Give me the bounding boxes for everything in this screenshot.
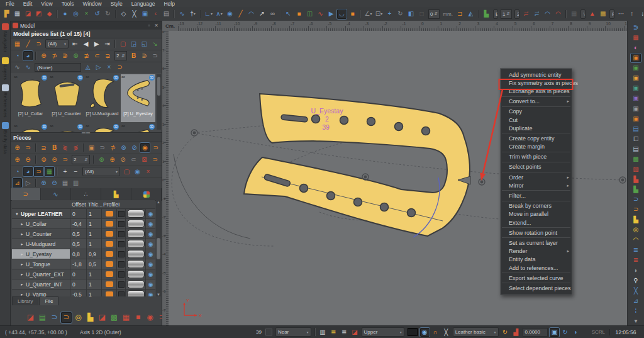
swap-piece-icon[interactable]: ≷ [60,143,70,152]
profile-icon[interactable] [106,241,113,247]
piece-eq-icon[interactable]: ⊜ [39,155,48,164]
new-piece-icon[interactable]: ⊕ [13,143,22,152]
visibility-eye-icon[interactable]: ◉ [145,259,155,269]
piece-thumbnail-2u_counter[interactable]: ∞3D[2] U_Counter [49,74,84,122]
arc-icon[interactable]: ◠ [247,9,256,19]
piece-shift-icon[interactable]: ⊋ [103,51,113,60]
layers-yellow-icon[interactable]: ≣ [329,328,338,337]
shoe-green-icon[interactable]: ▙ [482,9,491,19]
rotate-icon[interactable]: ↻ [396,9,405,19]
piece-select-icon[interactable]: ⊃ [151,143,160,152]
piece-thumbnail-2u-mudguard[interactable]: ∞3D[2] U-Mudguard [85,74,119,122]
stats-icon[interactable]: ▟ [511,328,521,337]
menu-item-entity-data[interactable]: Entity data [501,256,572,264]
eye-blue-icon[interactable]: ◉ [133,167,142,176]
bottom-piece-orange-icon[interactable]: ⊃ [61,312,72,323]
snap-icon[interactable]: ∠▾ [364,9,373,19]
ruler-piece-icon[interactable]: ⊿ [631,296,641,305]
menu-view[interactable]: View [36,1,57,7]
piece-add-icon[interactable]: ⊕ [39,51,48,60]
window-green-icon[interactable]: ▣ [631,64,641,72]
save-icon[interactable]: ▦ [13,9,22,19]
tab-areas[interactable]: ▙ [101,188,131,200]
profile-icon[interactable] [106,211,113,217]
bottom-tab-file[interactable]: File [39,296,58,305]
unlink-piece-icon[interactable]: ⊘ [130,143,139,152]
piece-red-icon[interactable]: ◪ [350,328,360,337]
grid-red-icon[interactable]: ▦ [631,33,641,42]
profile-icon[interactable] [106,271,113,277]
piece-star-icon[interactable]: ⊛ [97,155,106,164]
piece-eq2-icon[interactable]: ⊝ [50,155,59,164]
more-icon[interactable]: ⋯ [616,9,626,19]
draw-piece-icon[interactable]: ╱ [23,39,33,48]
bands-blue-icon[interactable]: ≣ [631,245,641,254]
profile-icon[interactable] [106,291,113,296]
pieces-layer-select[interactable]: (All)▾ [82,167,120,176]
strip-more-icon[interactable]: ▾ [631,317,641,325]
piece-thumbnail-2u_eyestay[interactable]: ∞3D[2] U_Eyestay [121,74,155,122]
bind-piece-icon[interactable]: B [50,143,59,152]
cursor-icon[interactable]: ▶ [326,9,336,19]
pieces-count-spinner[interactable]: 2⇵ [72,155,90,164]
side-tab-references[interactable]: References [2,84,9,118]
window-purple-icon[interactable]: ▣ [631,94,641,103]
menu-item-extend[interactable]: Extend... [501,218,572,227]
menu-item-create-copy-entity[interactable]: Create copy entity [501,134,572,142]
table-row-u_counter[interactable]: ▸U_Counter0,51◉ [12,229,155,239]
row-checkbox[interactable] [118,271,125,278]
marker-del-icon[interactable]: × [104,63,114,72]
window-amber-icon[interactable]: ▣ [631,74,641,82]
body-select[interactable]: Body▾ [493,9,498,19]
menu-item-move-in-parallel[interactable]: Move in parallel [501,210,572,218]
sole-orange-icon[interactable]: ⊃ [631,205,641,214]
piece-green-icon[interactable]: ⊛ [71,51,80,60]
row-checkbox[interactable] [118,231,125,237]
prev-piece-icon[interactable]: ◀ [81,39,91,48]
menu-item-create-margin[interactable]: Create margin [501,143,572,151]
pen-icon[interactable]: ↗ [257,9,267,19]
mode-3d-icon[interactable]: ◕ [23,51,33,60]
menu-window[interactable]: Window [78,1,106,7]
tab-pieces[interactable]: ⊃ [11,188,41,200]
menu-file[interactable]: File [1,1,19,7]
sole-gray-icon[interactable]: ◗ [631,266,641,275]
band-icon[interactable]: ◫ [305,9,314,19]
heel-yellow-icon[interactable]: ◠ [631,235,641,244]
copy-icon[interactable]: ▣ [140,9,150,19]
up-icon[interactable]: ↑ [627,9,636,19]
menu-tools[interactable]: Tools [57,1,79,7]
first-piece-icon[interactable]: ⇤ [70,39,80,48]
table-row-u_collar[interactable]: ▸U_Collar-0,41◉ [12,219,155,229]
point-del-icon[interactable]: ⊖ [50,178,59,188]
pieces-filter-select[interactable]: (All)▾ [45,39,69,48]
copy-pages-icon[interactable]: ⧠ [631,135,641,144]
menu-item-select-points[interactable]: Select points [501,163,572,171]
thumbnail-scrollbar[interactable] [157,74,161,130]
bottom-piece-red-icon[interactable]: ◪ [97,312,108,323]
table-row-u-mudguard[interactable]: ▸U-Mudguard0,51◉ [12,239,155,249]
marker-add-icon[interactable]: ◬ [83,63,92,72]
visibility-eye-icon[interactable]: ◉ [145,209,155,218]
piece-n-icon[interactable]: ⊃ [60,155,70,164]
layers-light-icon[interactable]: ≣ [340,328,349,337]
bottom-doc-icon[interactable]: ▤ [37,312,48,323]
color-swatch-icon[interactable]: ◧ [406,9,416,19]
corner-icon[interactable]: ∟▾ [204,9,213,19]
pages-icon[interactable]: ▤ [631,145,641,154]
piece-minus-icon[interactable]: ⊖ [23,155,33,164]
close-panel-icon[interactable]: ✕ [153,23,160,28]
menu-item-order[interactable]: Order▸ [501,173,572,181]
eyelet-grid-icon[interactable]: ▦ [13,39,22,48]
menu-item-render[interactable]: Render▸ [501,247,572,256]
zoom-out-icon[interactable]: − [71,167,80,176]
menu-item-add-to-references[interactable]: Add to references... [501,264,572,272]
views-disabled-icon[interactable]: ▦ [569,9,579,19]
copy-piece-icon[interactable]: ⊇ [39,143,48,152]
layer-color-swatch[interactable] [408,328,418,336]
piece-half-icon[interactable]: ⊘ [118,155,128,164]
symmetry-icon[interactable]: ∧▾ [214,9,224,19]
pieces-copy-icon[interactable]: ⋑ [140,51,149,60]
dup-piece-icon[interactable]: ▣ [87,143,96,152]
pointer-icon[interactable]: ▷ [94,63,103,72]
